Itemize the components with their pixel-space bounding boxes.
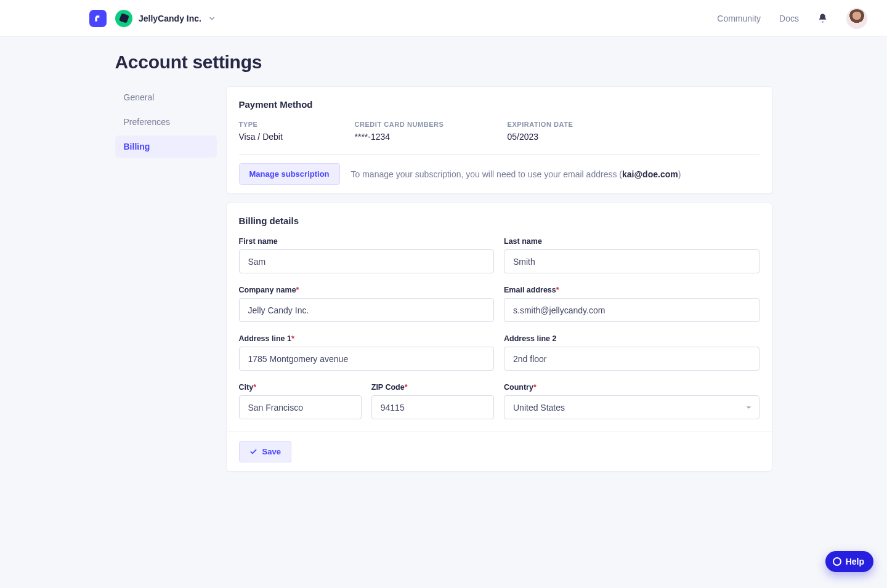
sidebar-item-general[interactable]: General [115, 86, 217, 108]
addr2-label: Address line 2 [504, 334, 759, 343]
chevron-down-icon [209, 15, 215, 22]
city-input[interactable] [239, 395, 362, 419]
bell-icon[interactable] [817, 13, 828, 23]
country-label: Country* [504, 383, 759, 392]
save-button[interactable]: Save [239, 441, 291, 462]
pm-ccn-label: CREDIT CARD NUMBERS [355, 121, 503, 128]
app-logo[interactable] [89, 10, 107, 27]
nav-community[interactable]: Community [717, 14, 761, 23]
sidebar-item-preferences[interactable]: Preferences [115, 111, 217, 133]
email-label: Email address* [504, 286, 759, 294]
manage-subscription-button[interactable]: Manage subscription [239, 163, 340, 185]
payment-method-card: Payment Method TYPE Visa / Debit CREDIT … [226, 86, 772, 194]
org-switcher[interactable]: JellyCandy Inc. [115, 10, 215, 27]
first-name-label: First name [239, 237, 495, 246]
email-input[interactable] [504, 298, 759, 322]
zip-label: ZIP Code* [371, 383, 494, 392]
settings-sidebar: General Preferences Billing [115, 86, 217, 160]
last-name-input[interactable] [504, 249, 759, 273]
pm-type-value: Visa / Debit [239, 132, 350, 142]
billing-details-heading: Billing details [239, 215, 759, 226]
billing-details-card: Billing details First name Last name Com… [226, 203, 772, 472]
addr1-label: Address line 1* [239, 334, 495, 343]
user-avatar[interactable] [846, 8, 867, 29]
payment-method-heading: Payment Method [239, 99, 759, 110]
sidebar-item-billing[interactable]: Billing [115, 135, 217, 158]
addr2-input[interactable] [504, 347, 759, 371]
manage-subscription-hint: To manage your subscription, you will ne… [351, 169, 681, 179]
country-select[interactable]: United States [504, 395, 759, 419]
zip-input[interactable] [371, 395, 494, 419]
company-label: Company name* [239, 286, 495, 294]
pm-ccn-value: ****-1234 [355, 132, 503, 142]
last-name-label: Last name [504, 237, 759, 246]
top-navbar: JellyCandy Inc. Community Docs [0, 0, 887, 37]
city-label: City* [239, 383, 362, 392]
pm-exp-value: 05/2023 [508, 132, 759, 142]
page-title: Account settings [115, 52, 772, 73]
org-name: JellyCandy Inc. [139, 14, 201, 23]
org-logo [115, 10, 132, 27]
pm-type-label: TYPE [239, 121, 350, 128]
addr1-input[interactable] [239, 347, 495, 371]
first-name-input[interactable] [239, 249, 495, 273]
nav-docs[interactable]: Docs [779, 14, 799, 23]
company-input[interactable] [239, 298, 495, 322]
check-icon [249, 448, 257, 456]
pm-exp-label: EXPIRATION DATE [508, 121, 759, 128]
